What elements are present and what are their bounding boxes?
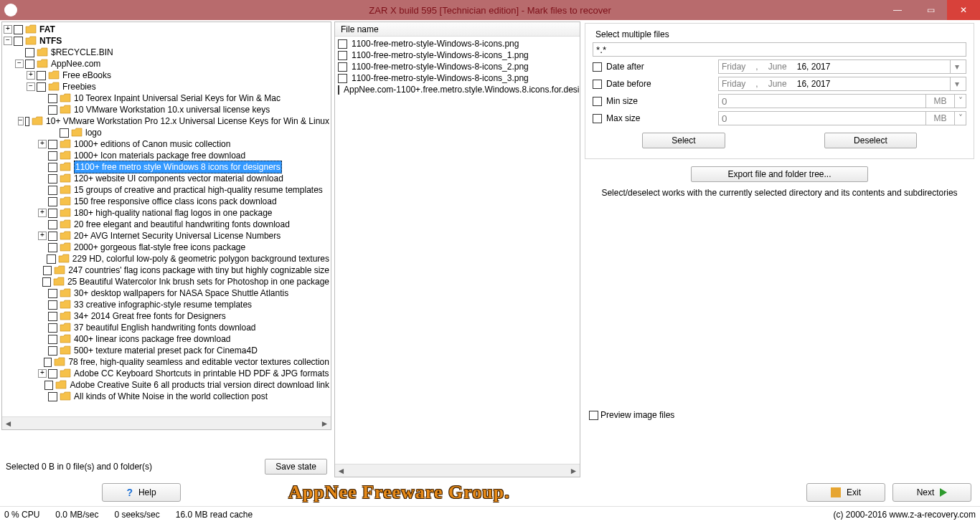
file-row[interactable]: 1100-free-metro-style-Windows-8-icons.pn… [336, 38, 578, 49]
collapse-icon[interactable]: − [4, 37, 12, 45]
max-size-checkbox[interactable] [593, 114, 602, 123]
expand-icon[interactable]: + [38, 140, 47, 148]
tree-row[interactable]: +20+ AVG Internet Security Universal Lic… [4, 230, 329, 242]
dropdown-icon[interactable]: ˅ [955, 111, 966, 125]
tree-checkbox[interactable] [48, 140, 57, 149]
tree-checkbox[interactable] [48, 105, 57, 115]
tree-row[interactable]: −Freebies [4, 81, 329, 92]
collapse-icon[interactable]: − [27, 82, 35, 91]
tree-row[interactable]: logo [4, 127, 329, 138]
tree-checkbox[interactable] [48, 312, 57, 321]
file-hscrollbar[interactable]: ◄ ► [335, 464, 580, 477]
expand-icon[interactable]: + [27, 71, 35, 80]
tree-checkbox[interactable] [48, 163, 57, 172]
min-size-input[interactable] [718, 94, 926, 108]
tree-checkbox[interactable] [48, 335, 57, 344]
tree-row[interactable]: $RECYCLE.BIN [4, 47, 329, 58]
tree-row[interactable]: Adobe Creative Suite 6 all products tria… [4, 379, 329, 391]
select-button[interactable]: Select [642, 133, 725, 148]
file-list[interactable]: 1100-free-metro-style-Windows-8-icons.pn… [335, 37, 580, 464]
date-before-checkbox[interactable] [593, 80, 602, 89]
export-tree-button[interactable]: Export file and folder tree... [691, 166, 867, 182]
tree-row[interactable]: 25 Beautiful Watercolor Ink brush sets f… [4, 276, 329, 287]
tree-checkbox[interactable] [42, 277, 51, 287]
tree-checkbox[interactable] [48, 220, 57, 229]
expand-icon[interactable]: + [4, 25, 12, 34]
tree-row[interactable]: 15 groups of creative and practical high… [4, 184, 329, 196]
exit-button[interactable]: Exit [806, 483, 885, 502]
expand-icon[interactable]: + [38, 369, 47, 378]
expand-icon[interactable]: + [38, 232, 47, 240]
tree-checkbox[interactable] [14, 25, 23, 34]
calendar-icon[interactable]: ▾ [950, 60, 963, 73]
deselect-button[interactable]: Deselect [824, 133, 917, 148]
date-after-checkbox[interactable] [593, 62, 602, 72]
help-button[interactable]: ? Help [102, 483, 181, 502]
tree-row[interactable]: 1000+ Icon materials package free downlo… [4, 150, 329, 161]
scroll-left-icon[interactable]: ◄ [335, 464, 347, 477]
tree-row[interactable]: +1000+ editions of Canon music collectio… [4, 138, 329, 150]
max-size-input[interactable] [718, 111, 926, 125]
tree-row[interactable]: 78 free, high-quality seamless and edita… [4, 356, 329, 368]
tree-checkbox[interactable] [48, 346, 57, 356]
expand-icon[interactable]: + [38, 209, 47, 217]
tree-checkbox[interactable] [48, 186, 57, 195]
tree-row[interactable]: −NTFS [4, 35, 329, 47]
tree-checkbox[interactable] [44, 358, 52, 367]
tree-row[interactable]: +Adobe CC Keyboard Shortcuts in printabl… [4, 368, 329, 379]
tree-checkbox[interactable] [48, 392, 57, 401]
tree-row[interactable]: 10 VMware Workstation 10.x universal lic… [4, 104, 329, 115]
tree-row[interactable]: 150 free responsive office class icons p… [4, 196, 329, 207]
collapse-icon[interactable]: − [18, 117, 24, 125]
tree-checkbox[interactable] [48, 369, 57, 378]
tree-row[interactable]: 2000+ gorgeous flat-style free icons pac… [4, 242, 329, 253]
tree-row[interactable]: 37 beautiful English handwriting fonts d… [4, 322, 329, 333]
tree-checkbox[interactable] [48, 151, 57, 161]
tree-row[interactable]: 33 creative infographic-style resume tem… [4, 299, 329, 310]
tree-checkbox[interactable] [60, 128, 69, 138]
tree-checkbox[interactable] [25, 59, 34, 69]
tree-row[interactable]: 229 HD, colorful low-poly & geometric po… [4, 253, 329, 264]
next-button[interactable]: Next [892, 483, 971, 502]
tree-row[interactable]: +Free eBooks [4, 70, 329, 81]
preview-checkbox[interactable] [589, 411, 598, 420]
tree-row[interactable]: 1100+ free metro style Windows 8 icons f… [4, 161, 329, 173]
maximize-button[interactable]: ▭ [914, 0, 947, 20]
collapse-icon[interactable]: − [15, 59, 24, 68]
tree-row[interactable]: +FAT [4, 24, 329, 35]
tree-checkbox[interactable] [48, 209, 57, 218]
tree-row[interactable]: 120+ website UI components vector materi… [4, 173, 329, 184]
tree-checkbox[interactable] [48, 300, 57, 310]
tree-checkbox[interactable] [44, 381, 53, 390]
tree-hscrollbar[interactable]: ◄ ► [2, 416, 331, 429]
tree-row[interactable]: 34+ 2014 Great free fonts for Designers [4, 310, 329, 322]
close-button[interactable]: ✕ [947, 0, 980, 20]
tree-checkbox[interactable] [43, 266, 52, 275]
file-row[interactable]: 1100-free-metro-style-Windows-8-icons_3.… [336, 72, 578, 84]
tree-row[interactable]: −AppNee.com [4, 58, 329, 70]
tree-row[interactable]: 10 Teorex Inpaint Universal Serial Keys … [4, 92, 329, 104]
file-row[interactable]: 1100-free-metro-style-Windows-8-icons_1.… [336, 49, 578, 61]
date-after-input[interactable]: Friday, June 16, 2017 ▾ [718, 59, 966, 74]
scroll-right-icon[interactable]: ► [319, 417, 331, 429]
tree-checkbox[interactable] [25, 48, 34, 57]
min-size-checkbox[interactable] [593, 97, 602, 106]
file-list-header[interactable]: File name [335, 22, 580, 37]
tree-checkbox[interactable] [37, 71, 46, 80]
tree-checkbox[interactable] [48, 232, 57, 241]
tree-checkbox[interactable] [37, 82, 46, 92]
calendar-icon[interactable]: ▾ [950, 77, 963, 90]
file-row[interactable]: AppNee.com-1100+.free.metro.style.Window… [336, 84, 578, 95]
tree-row[interactable]: 20 free elegant and beautiful handwritin… [4, 219, 329, 230]
tree-checkbox[interactable] [48, 174, 57, 184]
tree-row[interactable]: +180+ high-quality national flag logos i… [4, 207, 329, 219]
tree-checkbox[interactable] [14, 37, 23, 46]
tree-row[interactable]: 400+ linear icons package free download [4, 333, 329, 345]
folder-tree[interactable]: +FAT−NTFS$RECYCLE.BIN−AppNee.com+Free eB… [2, 22, 331, 416]
tree-row[interactable]: 247 countries' flag icons package with t… [4, 264, 329, 276]
tree-row[interactable]: 500+ texture material preset pack for Ci… [4, 345, 329, 356]
file-row[interactable]: 1100-free-metro-style-Windows-8-icons_2.… [336, 61, 578, 72]
file-checkbox[interactable] [338, 51, 347, 60]
max-size-unit[interactable]: MB [926, 111, 955, 125]
save-state-button[interactable]: Save state [265, 459, 327, 475]
